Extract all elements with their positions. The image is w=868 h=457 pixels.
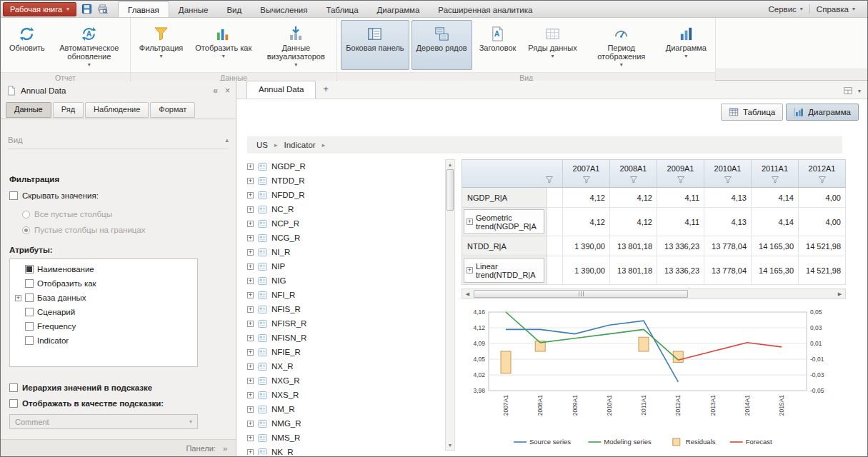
panel-tab-nablyudenie[interactable]: Наблюдение [85, 102, 149, 118]
value-cell[interactable]: 14 165,30 [752, 236, 799, 256]
menu-tab-diagramma[interactable]: Диаграмма [368, 2, 429, 17]
value-cell[interactable]: 4,00 [799, 188, 846, 208]
value-cell[interactable]: 14 521,98 [799, 256, 846, 285]
scroll-right-icon[interactable]: ▶ [834, 289, 845, 298]
expand-icon[interactable]: + [247, 449, 254, 456]
value-cell[interactable]: 14 165,30 [752, 256, 799, 285]
tree-item[interactable]: +NIG [247, 273, 442, 288]
expand-icon[interactable]: + [247, 421, 254, 427]
expand-icon[interactable]: + [247, 349, 254, 356]
menu-tab-tablica[interactable]: Таблица [316, 2, 367, 17]
display-as-button[interactable]: Отобразить как ▾ [190, 20, 256, 70]
tree-item[interactable]: +NK_R [247, 445, 442, 455]
expand-icon[interactable]: + [247, 435, 254, 441]
chart-view-button[interactable]: Диаграмма [786, 104, 859, 121]
value-cell[interactable]: 4,11 [657, 208, 704, 236]
breadcrumb-item-us[interactable]: US [256, 141, 268, 149]
expand-icon[interactable]: + [247, 306, 254, 313]
filter-button[interactable]: Фильтрация ▾ [134, 20, 188, 70]
expand-icon[interactable]: + [247, 206, 254, 213]
tree-item[interactable]: +NFISN_R [247, 331, 442, 345]
tree-item[interactable]: +NCG_R [247, 231, 442, 245]
filter-funnel-icon[interactable] [724, 176, 732, 184]
attribute-item[interactable]: Frequency [11, 319, 196, 333]
print-preview-button[interactable] [97, 4, 108, 14]
expand-icon[interactable]: + [247, 378, 254, 384]
menu-tab-vid[interactable]: Вид [217, 2, 251, 17]
filter-funnel-icon[interactable] [818, 176, 827, 184]
series-tree-button[interactable]: Дерево рядов [411, 20, 472, 70]
column-header[interactable]: 2008A1 [610, 159, 657, 188]
value-cell[interactable]: 13 336,23 [657, 236, 704, 256]
checkbox[interactable] [25, 308, 34, 316]
value-cell[interactable]: 4,12 [610, 188, 657, 208]
value-cell[interactable]: 4,12 [563, 208, 610, 236]
layout-icon[interactable] [844, 86, 852, 95]
help-menu[interactable]: Справка ▾ [810, 3, 862, 16]
attribute-item[interactable]: Отобразить как [11, 276, 196, 291]
scroll-left-icon[interactable]: ◀ [462, 289, 473, 298]
value-cell[interactable]: 1 390,00 [563, 236, 610, 256]
value-cell[interactable]: 13 801,18 [610, 256, 657, 285]
panel-tab-dannye[interactable]: Данные [6, 102, 51, 118]
chart-button-ribbon[interactable]: Диаграмма ▾ [661, 20, 712, 70]
expand-icon[interactable]: + [467, 219, 473, 225]
value-cell[interactable]: 4,11 [657, 188, 704, 208]
expand-icon[interactable]: + [15, 295, 21, 301]
row-header-box[interactable]: +Linear trend(NTDD_R|A [464, 258, 544, 283]
value-cell[interactable]: 14 521,98 [799, 236, 846, 256]
value-cell[interactable]: 4,12 [610, 208, 657, 236]
new-tab-button[interactable]: + [316, 81, 336, 99]
scroll-down-icon[interactable]: ▼ [446, 441, 454, 450]
header-button[interactable]: A Заголовок [474, 20, 522, 70]
auto-refresh-button[interactable]: A Автоматическое обновление ▾ [52, 20, 126, 70]
row-header[interactable]: NGDP_R|A [462, 188, 547, 208]
checkbox[interactable] [25, 265, 34, 273]
row-header[interactable]: +Geometric trend(NGDP_R|A [462, 208, 547, 236]
expand-icon[interactable]: + [247, 321, 254, 327]
panel-tab-format[interactable]: Формат [150, 102, 195, 118]
hide-values-checkbox[interactable]: Скрывать значения: [9, 191, 99, 200]
hierarchy-tooltip-checkbox[interactable]: Иерархия значений в подсказке [9, 383, 152, 392]
value-cell[interactable]: 4,14 [752, 188, 799, 208]
tree-item[interactable]: +NX_R [247, 359, 442, 373]
tree-item[interactable]: +NMS_R [247, 431, 442, 445]
row-header-column[interactable] [462, 159, 563, 188]
data-series-button[interactable]: Ряды данных ▾ [523, 20, 582, 70]
visualizer-data-button[interactable]: Данные визуализаторов ▾ [259, 20, 333, 70]
value-cell[interactable]: 13 336,23 [657, 256, 704, 285]
value-cell[interactable]: 1 390,00 [563, 256, 610, 285]
filter-funnel-icon[interactable] [771, 176, 779, 184]
row-header[interactable]: +Linear trend(NTDD_R|A [462, 256, 547, 285]
panels-expand-icon[interactable]: » [223, 444, 227, 453]
value-cell[interactable]: 13 801,18 [610, 236, 657, 256]
filter-funnel-icon[interactable] [677, 176, 685, 184]
tree-item[interactable]: +NFI_R [247, 288, 442, 302]
save-button[interactable] [81, 4, 92, 14]
show-as-tooltip-checkbox[interactable]: Отображать в качестве подсказки: [9, 399, 164, 408]
expand-icon[interactable]: + [247, 221, 254, 227]
filter-funnel-icon[interactable] [629, 176, 638, 184]
expand-icon[interactable]: + [247, 235, 254, 241]
horizontal-scrollbar[interactable]: ◀ ▶ [462, 288, 846, 299]
value-cell[interactable]: 4,14 [752, 208, 799, 236]
expand-icon[interactable]: + [467, 267, 473, 273]
column-header[interactable]: 2010A1 [704, 159, 752, 188]
expand-icon[interactable]: + [247, 249, 254, 256]
workbook-menu-button[interactable]: Рабочая книга ▾ [3, 2, 76, 16]
tree-item[interactable]: +NCP_R [247, 216, 442, 231]
chevron-down-icon[interactable]: ▾ [858, 88, 861, 94]
expand-icon[interactable]: + [247, 363, 254, 370]
expand-icon[interactable]: + [247, 164, 254, 170]
vertical-scrollbar[interactable]: ▲ ▼ [445, 159, 455, 451]
checkbox[interactable] [25, 322, 34, 331]
column-header[interactable]: 2007A1 [563, 159, 610, 188]
menu-tab-vychisleniya[interactable]: Вычисления [251, 2, 316, 17]
value-cell[interactable]: 13 778,04 [704, 256, 752, 285]
checkbox[interactable] [25, 293, 34, 302]
attribute-item[interactable]: Наименование [11, 262, 196, 276]
expand-icon[interactable]: + [247, 406, 254, 413]
checkbox[interactable] [9, 399, 18, 408]
collapse-panel-icon[interactable]: « [213, 86, 218, 96]
expand-icon[interactable]: + [247, 292, 254, 298]
